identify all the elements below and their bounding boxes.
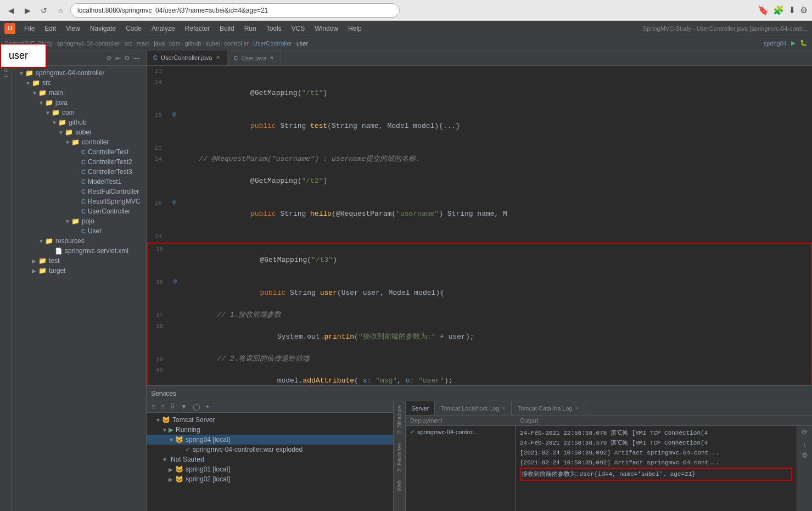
nav-back-button[interactable]: ◀ xyxy=(4,4,18,17)
log-line-4: [2021-02-24 10:58:39,092] Artifact sprin… xyxy=(520,458,792,468)
nav-forward-button[interactable]: ▶ xyxy=(21,4,34,17)
service-running[interactable]: ▼ ▶ Running xyxy=(147,425,393,435)
tree-item-subei[interactable]: ▼ 📁 subei xyxy=(12,127,146,137)
tab-usercontroller[interactable]: C UserController.java ✕ xyxy=(147,50,227,65)
deployment-column: ✓ springmvc-04-control... xyxy=(406,426,516,511)
menu-navigate[interactable]: Navigate xyxy=(86,23,120,34)
tree-item-resultspringmvc[interactable]: ▶ C ResultSpringMVC xyxy=(12,196,146,206)
output-tab-catalina-log[interactable]: Tomcat Catalina Log ✕ xyxy=(512,401,585,415)
services-toolbar-btn2[interactable]: ≡ xyxy=(159,403,166,411)
menu-build[interactable]: Build xyxy=(215,23,239,34)
settings-tree-icon[interactable]: ⚙ xyxy=(122,54,132,62)
debug-button[interactable]: 🐛 xyxy=(800,40,808,47)
menu-view[interactable]: View xyxy=(61,23,85,34)
tree-item-controller-folder[interactable]: ▼ 📁 controller xyxy=(12,137,146,147)
menu-window[interactable]: Window xyxy=(310,23,343,34)
breadcrumb-controller[interactable]: controller xyxy=(224,40,249,47)
tree-item-com[interactable]: ▼ 📁 com xyxy=(12,108,146,117)
run-button[interactable]: ▶ xyxy=(791,40,796,47)
deployment-item[interactable]: ✓ springmvc-04-control... xyxy=(410,428,511,435)
menu-help[interactable]: Help xyxy=(344,23,366,34)
tree-item-target[interactable]: ▶ 📁 target xyxy=(12,266,146,276)
breadcrumb-usercontroller[interactable]: UserController xyxy=(253,40,292,47)
output-tab-localhost-log[interactable]: Tomcat Localhost Log ✕ xyxy=(435,401,512,415)
download-icon[interactable]: ⬇ xyxy=(788,5,796,15)
settings-icon[interactable]: ⚙ xyxy=(800,5,808,15)
breadcrumb-src[interactable]: src xyxy=(124,40,132,47)
tree-item-controllertest3[interactable]: ▶ C ControllerTest3 xyxy=(12,167,146,177)
menu-edit[interactable]: Edit xyxy=(40,23,60,34)
code-editor[interactable]: 13 14 @GetMapping("/t1") 15 @ xyxy=(147,66,812,385)
log-filter-button[interactable]: ⚙ xyxy=(802,451,808,459)
side-label-favorites[interactable]: 2: Favorites xyxy=(395,439,404,476)
nav-home-button[interactable]: ⌂ xyxy=(54,4,67,17)
code-line-35: 35 @GetMapping("/t3") xyxy=(148,244,811,277)
minimize-icon[interactable]: — xyxy=(132,54,142,62)
tab-close-user[interactable]: ✕ xyxy=(270,55,274,61)
services-toolbar-btn3[interactable]: ⠿ xyxy=(169,403,177,411)
services-toolbar-btn4[interactable]: ▼ xyxy=(179,403,189,411)
service-not-started[interactable]: ▼ Not Started xyxy=(147,454,393,464)
bottom-side-labels: 2: Structure 2: Favorites Web xyxy=(394,401,406,511)
tree-item-controllertest2[interactable]: ▶ C ControllerTest2 xyxy=(12,157,146,167)
output-tab-server[interactable]: Server xyxy=(406,401,435,415)
url-bar[interactable] xyxy=(70,3,400,18)
bookmark-icon[interactable]: 🔖 xyxy=(758,5,769,15)
log-clear-button[interactable]: ⟳ xyxy=(802,428,808,436)
menu-file[interactable]: File xyxy=(20,23,39,34)
collapse-icon[interactable]: ⇤ xyxy=(114,54,122,62)
tree-item-modeltest1[interactable]: ▶ C ModelTest1 xyxy=(12,177,146,187)
tree-item-pojo[interactable]: ▼ 📁 pojo xyxy=(12,216,146,226)
code-line-15: 15 @ public String test(String name, Mod… xyxy=(147,110,812,143)
breadcrumb-github[interactable]: github xyxy=(185,40,201,47)
tree-item-controllertest[interactable]: ▶ C ControllerTest xyxy=(12,147,146,157)
editor-tabs: C UserController.java ✕ C User.java ✕ xyxy=(147,50,812,66)
breadcrumb-subei[interactable]: subei xyxy=(205,40,220,47)
tree-item-src[interactable]: ▼ 📁 src xyxy=(12,78,146,88)
menu-code[interactable]: Code xyxy=(121,23,146,34)
tree-item-usercontroller[interactable]: ▶ C UserController xyxy=(12,206,146,216)
tree-item-springmvc-xml[interactable]: ▶ 📄 springmvc-servlet.xml xyxy=(12,246,146,256)
breadcrumb-java[interactable]: java xyxy=(154,40,165,47)
menu-analyze[interactable]: Analyze xyxy=(147,23,180,34)
service-spring02[interactable]: ▶ 🐱 spring02 [local] xyxy=(147,474,393,484)
tree-item-main[interactable]: ▼ 📁 main xyxy=(12,88,146,98)
service-spring04[interactable]: ▼ 🐱 spring04 [local] xyxy=(147,435,393,445)
menu-run[interactable]: Run xyxy=(240,23,261,34)
breadcrumb-main[interactable]: main xyxy=(137,40,150,47)
breadcrumb-method[interactable]: user xyxy=(296,40,308,47)
menu-vcs[interactable]: VCS xyxy=(287,23,310,34)
services-toolbar-btn6[interactable]: + xyxy=(204,403,211,411)
run-config-selector[interactable]: spring04 xyxy=(764,40,787,47)
output-area: Server Tomcat Localhost Log ✕ Tomcat Cat… xyxy=(406,401,812,511)
breadcrumb-module[interactable]: springmvc-04-controller xyxy=(57,40,120,47)
sync-icon[interactable]: ⟳ xyxy=(105,54,114,62)
tree-item-github[interactable]: ▼ 📁 github xyxy=(12,117,146,127)
service-spring01[interactable]: ▶ 🐱 spring01 [local] xyxy=(147,464,393,474)
services-toolbar-btn1[interactable]: ≡ xyxy=(150,403,157,411)
services-toolbar-btn5[interactable]: ◯ xyxy=(191,403,201,411)
services-content: ▼ 🐱 Tomcat Server ▼ ▶ Running xyxy=(147,413,393,511)
tab-user[interactable]: C User.java ✕ xyxy=(227,50,282,65)
tree-item-resources[interactable]: ▼ 📁 resources xyxy=(12,236,146,246)
tab-catalina-close[interactable]: ✕ xyxy=(575,405,579,411)
menu-tools[interactable]: Tools xyxy=(262,23,286,34)
tab-label: UserController.java xyxy=(161,54,212,61)
log-scroll-button[interactable]: ↓ xyxy=(803,440,807,448)
tab-close-usercontroller[interactable]: ✕ xyxy=(216,54,220,60)
tree-item-test[interactable]: ▶ 📁 test xyxy=(12,256,146,266)
extensions-icon[interactable]: 🧩 xyxy=(773,5,784,15)
service-spring04-war[interactable]: ▶ ✓ springmvc-04-controller:war exploded xyxy=(147,445,393,454)
side-label-structure[interactable]: 2: Structure xyxy=(395,401,404,439)
side-label-web[interactable]: Web xyxy=(395,476,404,496)
tree-item-java[interactable]: ▼ 📁 java xyxy=(12,98,146,108)
tree-item-user[interactable]: ▶ C User xyxy=(12,226,146,236)
tree-item-springmvc04[interactable]: ▼ 📁 springmvc-04-controller xyxy=(12,68,146,78)
breadcrumb-com[interactable]: com xyxy=(169,40,181,47)
tab-localhost-close[interactable]: ✕ xyxy=(501,405,506,411)
service-tomcat-server[interactable]: ▼ 🐱 Tomcat Server xyxy=(147,415,393,425)
code-line-25: @GetMapping("/t2") xyxy=(147,165,812,198)
tree-item-restfulcontroller[interactable]: ▶ C RestFulController xyxy=(12,187,146,196)
nav-refresh-button[interactable]: ↺ xyxy=(37,4,51,17)
menu-refactor[interactable]: Refactor xyxy=(181,23,214,34)
